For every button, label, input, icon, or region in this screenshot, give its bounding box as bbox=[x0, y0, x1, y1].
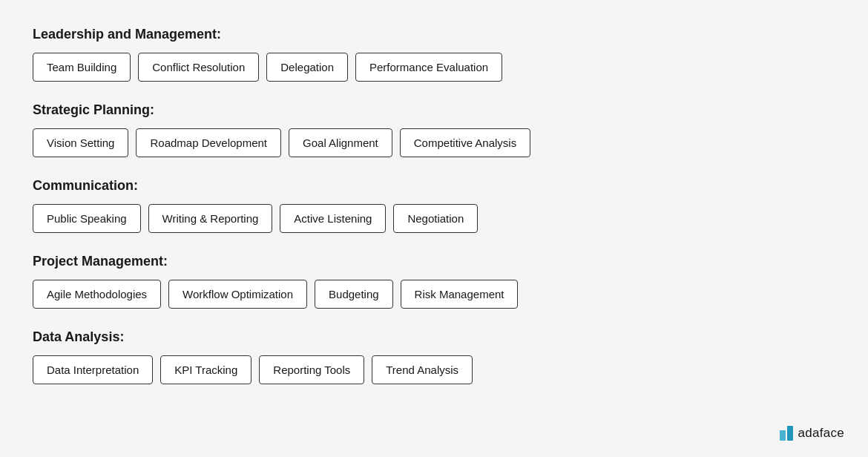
tag-data-3[interactable]: Trend Analysis bbox=[372, 355, 473, 384]
tags-row-strategic: Vision SettingRoadmap DevelopmentGoal Al… bbox=[33, 128, 835, 157]
tag-project-0[interactable]: Agile Methodologies bbox=[33, 280, 161, 309]
tag-data-2[interactable]: Reporting Tools bbox=[259, 355, 364, 384]
tag-strategic-3[interactable]: Competitive Analysis bbox=[400, 128, 530, 157]
tag-leadership-1[interactable]: Conflict Resolution bbox=[138, 53, 259, 82]
tag-leadership-3[interactable]: Performance Evaluation bbox=[355, 53, 502, 82]
tag-data-1[interactable]: KPI Tracking bbox=[160, 355, 251, 384]
tag-strategic-0[interactable]: Vision Setting bbox=[33, 128, 128, 157]
tag-communication-1[interactable]: Writing & Reporting bbox=[148, 204, 273, 233]
category-section-data: Data Analysis:Data InterpretationKPI Tra… bbox=[33, 329, 835, 384]
category-title-leadership: Leadership and Management: bbox=[33, 27, 835, 42]
tag-strategic-1[interactable]: Roadmap Development bbox=[136, 128, 281, 157]
logo-icon bbox=[780, 426, 793, 441]
category-title-strategic: Strategic Planning: bbox=[33, 102, 835, 118]
tag-project-1[interactable]: Workflow Optimization bbox=[168, 280, 307, 309]
category-title-communication: Communication: bbox=[33, 178, 835, 194]
category-section-communication: Communication:Public SpeakingWriting & R… bbox=[33, 178, 835, 233]
tag-strategic-2[interactable]: Goal Alignment bbox=[289, 128, 392, 157]
category-title-data: Data Analysis: bbox=[33, 329, 835, 345]
tags-row-communication: Public SpeakingWriting & ReportingActive… bbox=[33, 204, 835, 233]
category-section-project: Project Management:Agile MethodologiesWo… bbox=[33, 254, 835, 309]
logo-bar-tall bbox=[787, 426, 793, 441]
category-section-strategic: Strategic Planning:Vision SettingRoadmap… bbox=[33, 102, 835, 157]
tags-row-project: Agile MethodologiesWorkflow Optimization… bbox=[33, 280, 835, 309]
tag-project-3[interactable]: Risk Management bbox=[401, 280, 519, 309]
tag-communication-3[interactable]: Negotiation bbox=[393, 204, 478, 233]
tag-project-2[interactable]: Budgeting bbox=[315, 280, 393, 309]
category-title-project: Project Management: bbox=[33, 254, 835, 269]
tag-leadership-0[interactable]: Team Building bbox=[33, 53, 131, 82]
tags-row-leadership: Team BuildingConflict ResolutionDelegati… bbox=[33, 53, 835, 82]
logo-area: adaface bbox=[780, 426, 844, 441]
tag-leadership-2[interactable]: Delegation bbox=[266, 53, 348, 82]
category-section-leadership: Leadership and Management:Team BuildingC… bbox=[33, 27, 835, 82]
tag-communication-2[interactable]: Active Listening bbox=[280, 204, 386, 233]
tag-communication-0[interactable]: Public Speaking bbox=[33, 204, 141, 233]
tag-data-0[interactable]: Data Interpretation bbox=[33, 355, 153, 384]
logo-text: adaface bbox=[798, 426, 844, 441]
main-content: Leadership and Management:Team BuildingC… bbox=[0, 0, 868, 432]
logo-bar-short bbox=[780, 430, 786, 441]
tags-row-data: Data InterpretationKPI TrackingReporting… bbox=[33, 355, 835, 384]
